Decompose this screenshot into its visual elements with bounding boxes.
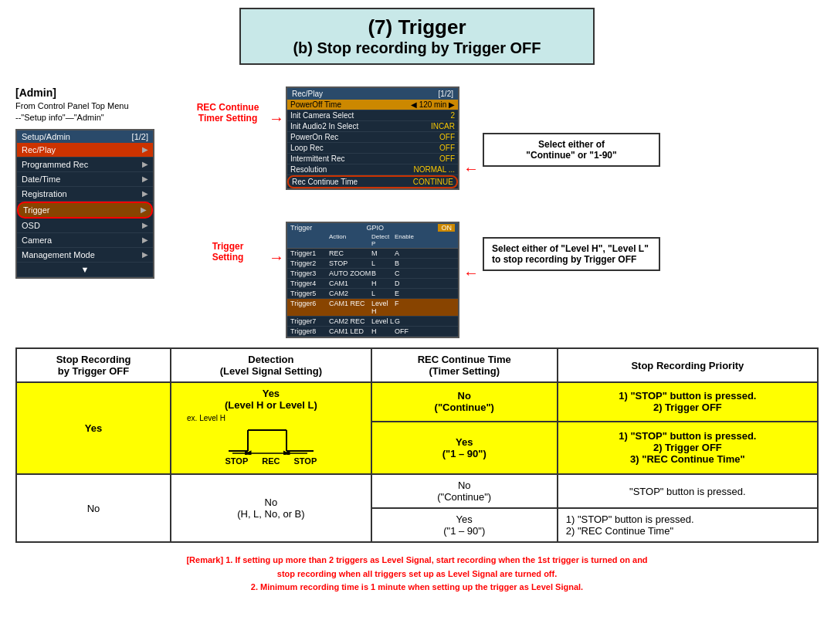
- waveform: ex. Level H: [179, 411, 363, 469]
- rec-play-row: Loop RecOFF: [287, 143, 458, 154]
- col-header-stop-rec: Stop Recordingby Trigger OFF: [16, 348, 171, 382]
- cell-rec-continue-yes: Yes("1 – 90"): [371, 422, 558, 474]
- rec-play-panel: Rec/Play [1/2] PowerOff Time◀ 120 min ▶ …: [286, 86, 459, 190]
- admin-panel: [Admin] From Control Panel Top Menu --"S…: [15, 86, 178, 334]
- col-header-detection: Detection(Level Signal Setting): [171, 348, 371, 382]
- cell-stop-rec-yes: Yes: [16, 382, 171, 474]
- rec-play-row: ResolutionNORMAL ...: [287, 164, 458, 175]
- rec-play-row: PowerOff Time◀ 120 min ▶: [287, 100, 458, 110]
- callout-box-2: Select either of "Level H", "Level L"to …: [483, 237, 660, 271]
- table-row: Yes Yes(Level H or Level L) ex. Level H: [16, 382, 818, 422]
- waveform-svg: [225, 424, 317, 455]
- cell-detection-no: No(H, L, No, or B): [171, 474, 371, 542]
- cell-stop-rec-no: No: [16, 474, 171, 542]
- trigger-header: Trigger GPIO ON: [287, 223, 458, 232]
- top-section: [Admin] From Control Panel Top Menu --"S…: [15, 86, 819, 334]
- arrow-trigger-setting: →: [269, 249, 284, 266]
- rec-continue-row: Rec Continue TimeCONTINUE: [287, 175, 458, 188]
- trigger-setting-label: TriggerSetting: [185, 241, 270, 263]
- trigger-panel: Trigger GPIO ON Action Detect P Enable T…: [286, 222, 459, 338]
- remark: [Remark] 1. If setting up more than 2 tr…: [15, 554, 819, 595]
- table-row: No No(H, L, No, or B) No("Continue") "ST…: [16, 474, 818, 508]
- rec-play-row: Init Audio2 In SelectINCAR: [287, 121, 458, 132]
- trigger-row-selected: Trigger6 CAM1 REC Level H F: [287, 299, 458, 317]
- callout-box-1: Select either of"Continue" or "1-90": [483, 133, 660, 167]
- cell-detection-yes: Yes(Level H or Level L) ex. Level H: [171, 382, 371, 474]
- title-line1: (7) Trigger: [256, 15, 578, 39]
- cell-priority-1: 1) "STOP" button is pressed. 2) Trigger …: [558, 382, 818, 422]
- menu-item-datetime[interactable]: Date/Time▶: [17, 172, 153, 187]
- rec-play-row: Intermittent RecOFF: [287, 154, 458, 164]
- menu-item-programmed[interactable]: Programmed Rec▶: [17, 158, 153, 172]
- rec-play-row: Init Camera Select2: [287, 110, 458, 121]
- main-table: Stop Recordingby Trigger OFF Detection(L…: [15, 347, 819, 543]
- cell-priority-2: 1) "STOP" button is pressed. 2) Trigger …: [558, 422, 818, 474]
- trigger-col-header: Action Detect P Enable: [287, 232, 458, 249]
- cell-rec-continue-no: No("Continue"): [371, 382, 558, 422]
- cell-rec-continue-no2: No("Continue"): [371, 474, 558, 508]
- arrow-to-callout2: ←: [463, 264, 479, 282]
- trigger-row: Trigger8 CAM1 LED H OFF: [287, 327, 458, 337]
- menu-item-recplay[interactable]: Rec/Play▶: [17, 143, 153, 158]
- menu-item-more: ▼: [17, 263, 153, 277]
- setup-menu-header: Setup/Admin [1/2]: [17, 130, 153, 143]
- rec-continue-label: REC ContinueTimer Setting: [185, 102, 270, 124]
- admin-subtitle: From Control Panel Top Menu --"Setup inf…: [15, 100, 178, 124]
- trigger-row: Trigger2 STOP L B: [287, 259, 458, 269]
- setup-menu: Setup/Admin [1/2] Rec/Play▶ Programmed R…: [15, 129, 154, 279]
- page-title: (7) Trigger (b) Stop recording by Trigge…: [239, 8, 595, 65]
- trigger-row: Trigger5 CAM2 L E: [287, 289, 458, 299]
- col-header-priority: Stop Recording Priority: [558, 348, 818, 382]
- trigger-row: Trigger1 REC M A: [287, 249, 458, 259]
- admin-label: [Admin]: [15, 86, 178, 99]
- rec-play-header: Rec/Play [1/2]: [287, 88, 458, 100]
- title-line2: (b) Stop recording by Trigger OFF: [256, 39, 578, 57]
- col-header-rec-continue: REC Continue Time(Timer Setting): [371, 348, 558, 382]
- menu-item-management[interactable]: Management Mode▶: [17, 248, 153, 263]
- cell-rec-continue-yes2: Yes("1 – 90"): [371, 508, 558, 542]
- arrow-rec-continue: →: [269, 110, 284, 127]
- trigger-row: Trigger3 AUTO ZOOM B C: [287, 269, 458, 279]
- menu-item-trigger[interactable]: Trigger▶: [17, 202, 153, 219]
- trigger-row: Trigger7 CAM2 REC Level L G: [287, 317, 458, 327]
- menu-item-camera[interactable]: Camera▶: [17, 233, 153, 248]
- menu-item-osd[interactable]: OSD▶: [17, 219, 153, 233]
- arrow-to-callout1: ←: [463, 160, 479, 178]
- diagram-area: REC ContinueTimer Setting → TriggerSetti…: [185, 86, 819, 334]
- trigger-row: Trigger4 CAM1 H D: [287, 279, 458, 289]
- cell-priority-4: 1) "STOP" button is pressed.2) "REC Cont…: [558, 508, 818, 542]
- menu-item-registration[interactable]: Registration▶: [17, 187, 153, 202]
- rec-play-row: PowerOn RecOFF: [287, 132, 458, 143]
- cell-priority-3: "STOP" button is pressed.: [558, 474, 818, 508]
